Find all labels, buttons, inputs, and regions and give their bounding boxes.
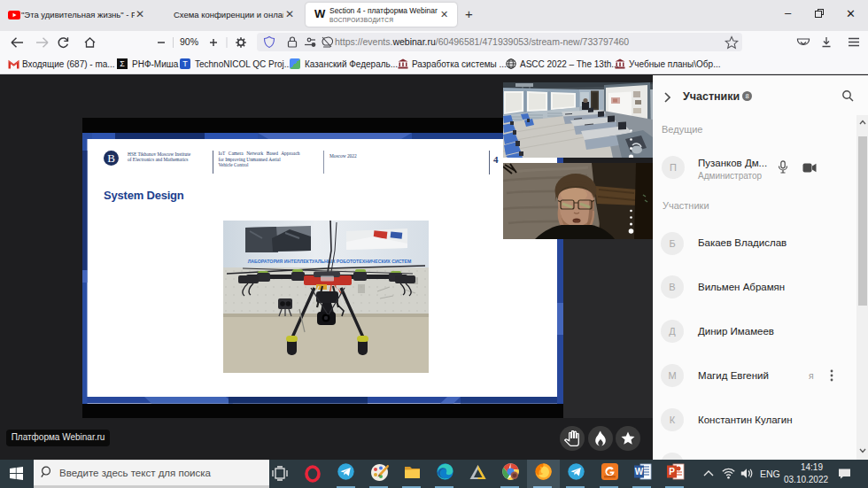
svg-text:W: W [635,467,644,476]
svg-text:P: P [669,467,675,476]
